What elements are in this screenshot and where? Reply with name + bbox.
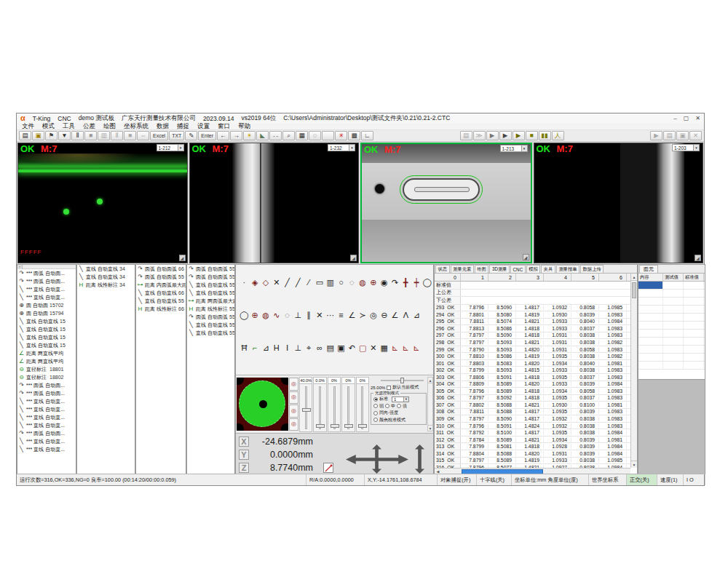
tool-right-angle-icon[interactable]: ⊿ [411,310,422,321]
minimize-button[interactable]: – [673,115,676,121]
list-item[interactable]: H距离线性标注55 [187,305,234,313]
list-item[interactable]: ↷圆弧自动圆弧55 [187,273,234,281]
table-row[interactable]: 301OK7.88038.50831.48201.09340.80401.098… [435,360,630,367]
mask-button[interactable]: ◌ [309,131,321,140]
dim-angle-icon[interactable]: ⊿ [261,343,272,354]
camera-view-4[interactable]: OK M:7 1-203 ▾ ◢ [534,143,704,263]
arrow-right-button[interactable]: → [230,131,242,140]
camera4-select[interactable]: 1-203 ▾ [672,144,700,151]
list-item[interactable]: ⊖直径标注18802 [17,373,76,381]
slider-thumb[interactable] [316,424,325,428]
list-item[interactable]: H距离线性标注66 [136,305,186,313]
table-row[interactable]: 296OK7.88138.50861.48181.09330.80371.098… [435,325,630,332]
tool-target-cross-icon[interactable]: ╋ [400,277,411,288]
tab-7[interactable]: 夹具 [541,265,555,273]
menu-item-1[interactable]: 文件 [22,122,34,131]
scroll-down-icon[interactable]: ▼ [428,425,432,431]
list-item[interactable]: ╲*** 直线自动直... [17,445,76,453]
light-slider-5[interactable]: 0% [356,377,369,432]
tool-concentric-icon[interactable]: ◎ [368,310,379,321]
star-button[interactable]: ✳ [335,131,347,140]
tool-intersect-icon[interactable]: ✕ [314,310,325,321]
element-row[interactable] [638,314,705,322]
list-item[interactable]: ╲直线自动直线34 [77,265,135,273]
tool-circle-hatch-icon[interactable]: ◍ [357,277,368,288]
ring-segment-button-3[interactable]: ◎ [289,404,298,418]
list-item[interactable]: ╲直线自动直线15 [17,333,76,341]
list-item[interactable]: ╲*** 直线自动直... [17,293,76,301]
tool-line-3-icon[interactable]: ⁄ [304,277,314,288]
tool-delete-icon[interactable]: ✕ [368,343,379,354]
tool-undo-icon[interactable]: ↶ [347,343,357,354]
list-item[interactable]: ↷圆弧自动圆弧55 [187,265,234,273]
stop-button[interactable]: ■ [526,131,538,140]
table-row[interactable]: 314OK7.88048.50881.48201.09310.80391.098… [435,450,630,458]
table-row[interactable]: 312OK7.87848.50891.48211.09340.80391.098… [435,437,630,444]
menu-item-3[interactable]: 工具 [63,122,75,131]
tool-copy-icon[interactable]: ▣ [336,343,347,354]
pattern-button[interactable]: ▦ [296,131,308,140]
ring-segment-button-4[interactable]: ◎ [289,418,298,431]
list-item[interactable]: ╲*** 直线自动直... [17,413,76,421]
tool-binocular-icon[interactable]: ∞ [314,343,325,354]
element-row[interactable] [638,306,705,314]
chart-button[interactable]: ∟ [361,131,373,140]
tab-element[interactable]: 图元 [639,265,658,273]
coord-2-icon[interactable]: ⊾ [400,343,411,354]
dim-height-icon[interactable]: H [271,343,282,354]
tool-ellipse-icon[interactable]: ◯ [422,277,433,288]
folder-play-button[interactable]: ▶ [486,131,499,140]
xy-jog-pad[interactable] [346,445,408,473]
list-item[interactable]: ⊶距离两圆弧最大距 [187,297,234,305]
table-row-special[interactable]: 标准值 [435,282,630,290]
tab-3[interactable]: 绘图 [475,265,489,273]
play-button[interactable]: ▶ [499,131,512,140]
element-row[interactable] [638,290,705,298]
dim-perp-icon[interactable]: ⊥ [293,343,304,354]
tool-peak-icon[interactable]: Λ [400,310,411,321]
weak-mode-radio[interactable] [373,404,378,408]
tool-line-2-icon[interactable]: ╱ [293,277,304,288]
ring-light-joystick[interactable] [237,378,288,431]
tool-rect-icon[interactable]: ▭ [314,277,325,288]
camera-view-2[interactable]: OK M:7 1-232 ▾ ◢ [189,143,360,263]
z-axis-button[interactable]: Z [239,463,249,473]
medium-mode-radio[interactable] [385,404,389,408]
camera2-select[interactable]: 1-232 ▾ [328,144,355,151]
coord-3-icon[interactable]: ⊾ [411,343,422,354]
list-item[interactable]: ╲直线自动直线55 [187,289,234,297]
element-row[interactable] [638,322,705,330]
master-slider-thumb[interactable] [400,378,404,383]
camera-view-3-selected[interactable]: OK M:7 1-213 ▾ ◢ [360,143,532,263]
light-slider-1[interactable]: 40.0% [299,377,312,432]
slider-thumb[interactable] [302,408,311,412]
tool-circle-open-icon[interactable]: ◌ [282,310,293,321]
pause-button[interactable]: ▮▮ [539,131,551,140]
tool-rect-hatch-icon[interactable]: ▥ [325,277,336,288]
camera3-resize-grip[interactable]: ◢ [523,254,529,260]
dash-button[interactable]: - - [269,131,282,140]
tool-pickup-icon[interactable]: ◈ [250,277,261,288]
list-item[interactable]: ╲*** 直线自动直... [17,285,76,293]
list-item[interactable]: ╲*** 直线自动直... [17,397,76,405]
tool-grid-icon[interactable]: ▦ [379,343,389,354]
standard-mode-radio[interactable] [373,397,378,402]
table-row[interactable]: 308OK7.88118.50881.48171.09350.80391.098… [435,409,630,416]
box-tool-button[interactable]: ■ [84,131,97,140]
table-row[interactable]: 295OK7.88118.50741.48211.09330.80401.098… [435,319,630,326]
list-item[interactable]: ⊕圆自动圆15794 [17,309,76,317]
list-item[interactable]: ↷圆弧自动圆弧55 [136,273,186,281]
tool-multipoint-icon[interactable]: ⋯ [325,310,336,321]
tool-pickup-alt-icon[interactable]: ◇ [261,277,272,288]
slider-thumb[interactable] [344,424,353,428]
table-row[interactable]: 297OK7.87978.50901.48181.09310.80381.098… [435,332,630,340]
tab-6[interactable]: 模拟 [526,265,541,273]
tool-wave-icon[interactable]: ∿ [271,310,282,321]
list-item[interactable]: ↷*** 圆弧自动圆... [17,429,76,437]
list-item[interactable]: ╲直线自动直线34 [77,273,135,281]
menu-item-5[interactable]: 绘图 [103,122,116,131]
tool-angle-icon[interactable]: ∠ [347,310,357,321]
probe-button[interactable]: ▼ [58,131,71,140]
tool-frame-icon[interactable]: ▢ [357,343,368,354]
light-button[interactable]: ☀ [243,131,256,140]
